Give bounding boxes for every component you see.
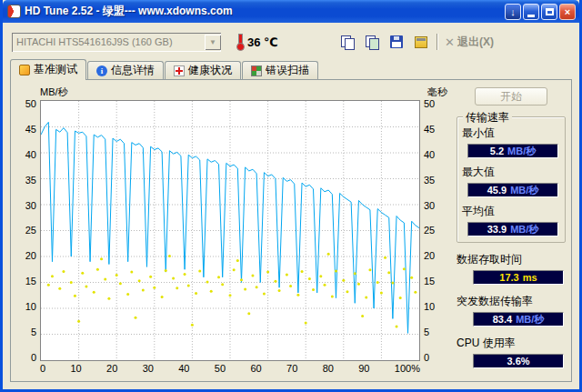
thermometer-icon	[236, 34, 244, 51]
tick-label: 25	[25, 226, 36, 234]
max-unit: MB/秒	[510, 184, 538, 197]
tick-label: 5	[424, 328, 429, 336]
burst-rate-unit: MB/秒	[516, 313, 544, 327]
drive-select-combo[interactable]: HITACHI HTS541616J9S (160 GB) ▼	[12, 33, 221, 52]
tab-benchmark-label: 基准测试	[34, 62, 77, 77]
export-icon	[415, 36, 427, 48]
app-icon	[7, 5, 21, 18]
tick-label: 15	[25, 277, 36, 285]
tick-label: 50	[215, 363, 226, 376]
tab-health[interactable]: 健康状况	[165, 61, 241, 79]
maximize-icon	[546, 8, 554, 15]
tab-error-scan-label: 错误扫描	[266, 63, 309, 78]
maximize-button[interactable]	[541, 4, 557, 20]
access-time-unit: ms	[523, 272, 537, 283]
benchmark-icon	[19, 65, 30, 75]
tick-label: 0	[40, 363, 45, 376]
tick-label: 40	[424, 151, 435, 158]
temperature-display: 36 ℃	[236, 34, 278, 51]
hd-tune-window: HD Tune 2.52 - 绿盟--- www.xdowns.com ↓ × …	[0, 0, 582, 392]
copy-button[interactable]	[338, 34, 356, 51]
cpu-usage-value: 3.6%	[507, 356, 529, 367]
copy-image-icon	[366, 35, 379, 49]
save-button[interactable]	[387, 34, 406, 51]
tick-label: 90	[358, 363, 369, 376]
tick-label: 60	[250, 363, 261, 376]
titlebar[interactable]: HD Tune 2.52 - 绿盟--- www.xdowns.com ↓ ×	[3, 0, 579, 23]
avg-label: 平均值	[462, 204, 560, 219]
tab-info[interactable]: 信息详情	[87, 61, 164, 79]
tick-label: 35	[424, 176, 435, 184]
x-ticks: 0102030405060708090100%	[40, 361, 420, 376]
tick-label: 100%	[395, 363, 420, 376]
exit-x-icon: ✕	[445, 35, 455, 49]
tick-label: 10	[424, 303, 435, 310]
tick-label: 45	[424, 126, 435, 133]
tick-label: 30	[424, 202, 435, 209]
benchmark-chart: MB/秒 毫秒 50454035302520151050 50454035302…	[16, 85, 447, 376]
start-button[interactable]: 开始	[475, 87, 547, 106]
burst-rate-value-box: 83.4 MB/秒	[473, 312, 564, 327]
tick-label: 80	[323, 363, 334, 376]
close-button[interactable]: ×	[559, 4, 576, 20]
tick-label: 5	[31, 328, 36, 336]
export-button[interactable]	[412, 34, 430, 51]
tick-label: 25	[424, 226, 435, 234]
error-scan-icon	[251, 65, 262, 76]
burst-rate-value: 83.4	[493, 314, 512, 325]
tick-label: 40	[25, 151, 36, 158]
access-time-value: 17.3	[499, 272, 518, 283]
toolbar-buttons: ✕ 退出(X)	[338, 34, 570, 51]
left-axis-unit-label: MB/秒	[40, 85, 68, 99]
health-cross-icon	[174, 65, 185, 76]
right-axis-unit-label: 毫秒	[427, 85, 447, 99]
tick-label: 70	[286, 363, 297, 376]
save-icon	[390, 35, 403, 48]
tick-label: 30	[143, 363, 154, 376]
tick-label: 20	[25, 252, 36, 259]
max-value: 45.9	[487, 185, 507, 196]
minimize-button[interactable]	[523, 4, 539, 20]
y-ticks-left: 50454035302520151050	[16, 100, 40, 361]
tick-label: 0	[424, 354, 429, 361]
exit-button[interactable]: ✕ 退出(X)	[445, 35, 494, 50]
copy-icon	[341, 35, 355, 49]
toolbar-separator	[436, 34, 438, 50]
copy-image-button[interactable]	[363, 34, 381, 51]
transfer-rate-group: 传输速率 最小值 5.2 MB/秒 最大值 45.9 MB/秒 平均值 33.9…	[457, 116, 566, 243]
toolbar: HITACHI HTS541616J9S (160 GB) ▼ 36 ℃ ✕ 退…	[3, 23, 579, 59]
access-time-label: 数据存取时间	[457, 252, 566, 267]
chevron-down-icon[interactable]: ▼	[205, 35, 221, 50]
exit-label: 退出(X)	[457, 35, 494, 50]
transfer-rate-group-title: 传输速率	[463, 110, 512, 126]
tab-info-label: 信息详情	[111, 63, 155, 78]
tab-strip: 基准测试 信息详情 健康状况 错误扫描	[10, 59, 572, 79]
tick-label: 15	[424, 277, 435, 285]
tab-benchmark[interactable]: 基准测试	[10, 59, 86, 79]
tick-label: 50	[25, 100, 36, 107]
results-panel: 开始 传输速率 最小值 5.2 MB/秒 最大值 45.9 MB/秒 平均值 3…	[447, 85, 567, 376]
access-time-value-box: 17.3 ms	[473, 270, 564, 285]
tick-label: 20	[424, 252, 435, 259]
min-unit: MB/秒	[507, 145, 536, 158]
cpu-usage-label: CPU 使用率	[457, 336, 566, 351]
min-label: 最小值	[462, 126, 560, 141]
tab-error-scan[interactable]: 错误扫描	[242, 61, 318, 79]
burst-rate-label: 突发数据传输率	[457, 294, 566, 309]
minimize-icon	[527, 15, 535, 17]
cpu-usage-value-box: 3.6%	[473, 354, 564, 368]
avg-value: 33.9	[487, 224, 507, 235]
tick-label: 10	[70, 363, 81, 376]
info-icon	[96, 65, 107, 76]
y-ticks-right: 50454035302520151050	[420, 100, 447, 361]
plot-area	[40, 100, 420, 361]
benchmark-panel: MB/秒 毫秒 50454035302520151050 50454035302…	[10, 79, 572, 382]
tick-label: 50	[424, 100, 435, 107]
drive-select-value: HITACHI HTS541616J9S (160 GB)	[16, 36, 173, 47]
tick-label: 35	[25, 176, 36, 184]
avg-value-box: 33.9 MB/秒	[467, 222, 558, 236]
download-arrow-button[interactable]: ↓	[505, 4, 521, 20]
tick-label: 10	[25, 303, 36, 310]
max-label: 最大值	[462, 165, 560, 180]
plot-canvas	[41, 101, 419, 360]
